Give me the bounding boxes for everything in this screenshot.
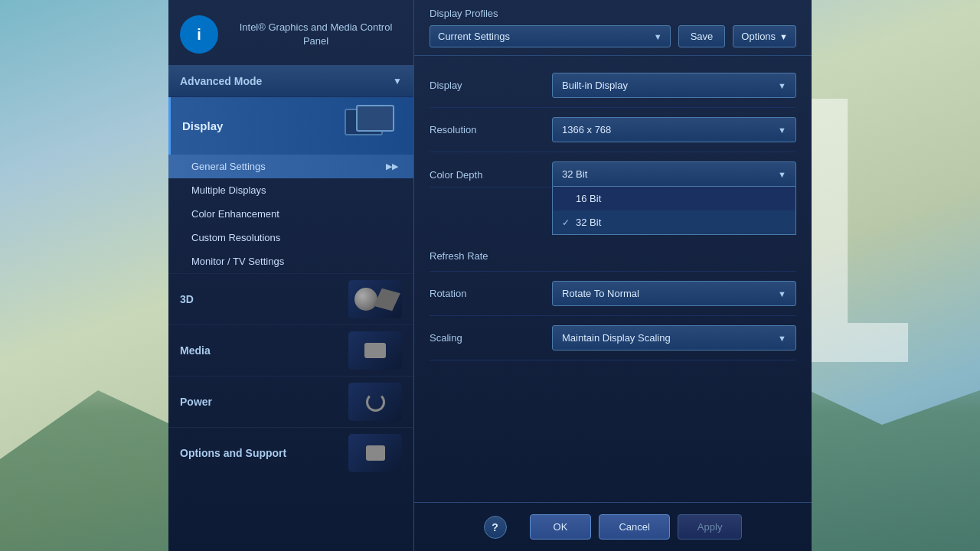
scaling-dropdown-chevron-icon: ▼ (778, 334, 786, 343)
resolution-dropdown-value: 1366 x 768 (562, 124, 611, 135)
display-setting-row: Display Built-in Display ▼ (430, 64, 796, 108)
power-symbol-icon (366, 393, 385, 412)
rotation-dropdown-value: Rotate To Normal (562, 288, 639, 299)
monitor-tv-settings-label: Monitor / TV Settings (191, 256, 284, 267)
sidebar-item-custom-resolutions[interactable]: Custom Resolutions (168, 226, 413, 249)
display-profiles-title: Display Profiles (430, 8, 796, 19)
media-device-icon (364, 343, 386, 358)
save-button[interactable]: Save (678, 25, 726, 47)
ok-button[interactable]: OK (530, 514, 592, 540)
sidebar-item-power[interactable]: Power (168, 376, 413, 427)
options-support-label: Options and Support (180, 447, 286, 459)
rotation-dropdown-chevron-icon: ▼ (778, 289, 786, 298)
settings-grid: Display Built-in Display ▼ Resolution 13… (414, 56, 812, 502)
apply-button[interactable]: Apply (678, 514, 743, 540)
color-depth-setting-row: Color Depth 32 Bit ▼ ✓ 16 Bit ✓ (430, 152, 796, 187)
refresh-rate-setting-label: Refresh Rate (430, 250, 552, 262)
option-32bit-label: 32 Bit (576, 217, 601, 228)
help-button[interactable]: ? (484, 516, 507, 539)
resolution-dropdown-chevron-icon: ▼ (778, 126, 786, 135)
sidebar-item-media[interactable]: Media (168, 324, 413, 376)
3d-icon (348, 280, 402, 318)
3d-label: 3D (180, 293, 194, 305)
resolution-dropdown[interactable]: 1366 x 768 ▼ (552, 117, 796, 142)
color-depth-selected-value: 32 Bit (562, 168, 587, 180)
display-icon (341, 105, 402, 147)
scaling-dropdown-value: Maintain Display Scaling (562, 332, 671, 344)
display-dropdown-chevron-icon: ▼ (778, 81, 786, 90)
multiple-displays-label: Multiple Displays (191, 184, 266, 196)
rotation-dropdown[interactable]: Rotate To Normal ▼ (552, 281, 796, 306)
sidebar-item-options-support[interactable]: Options and Support (168, 427, 413, 478)
support-device-icon (366, 445, 385, 461)
bottom-buttons: ? OK Cancel Apply (414, 502, 812, 551)
refresh-rate-setting-row: Refresh Rate (430, 241, 796, 272)
advanced-mode-button[interactable]: Advanced Mode ▼ (168, 66, 413, 97)
profiles-row: Current Settings ▼ Save Options ▼ (430, 25, 796, 47)
advanced-mode-label: Advanced Mode (180, 75, 262, 87)
option-32bit-check-icon: ✓ (562, 217, 570, 228)
option-16bit-label: 16 Bit (576, 193, 601, 204)
rotation-setting-control: Rotate To Normal ▼ (552, 281, 796, 306)
power-label: Power (180, 396, 212, 408)
sidebar-title: Intel® Graphics and Media Control Panel (230, 21, 402, 48)
color-depth-dropdown-container: 32 Bit ▼ ✓ 16 Bit ✓ 32 Bit (552, 161, 796, 187)
cube-icon (374, 288, 400, 310)
color-depth-options: ✓ 16 Bit ✓ 32 Bit (552, 187, 796, 235)
options-button[interactable]: Options ▼ (733, 25, 796, 47)
color-depth-chevron-icon: ▼ (778, 170, 786, 179)
sidebar-nav: Display General Settings ▶▶ Multiple Dis… (168, 97, 413, 551)
options-label: Options (741, 31, 776, 42)
color-depth-setting-label: Color Depth (430, 161, 552, 181)
rotation-setting-label: Rotation (430, 288, 552, 299)
scaling-setting-row: Scaling Maintain Display Scaling ▼ (430, 316, 796, 360)
advanced-mode-chevron-icon: ▼ (393, 76, 402, 86)
display-profiles-section: Display Profiles Current Settings ▼ Save… (414, 0, 812, 56)
sidebar-item-color-enhancement[interactable]: Color Enhancement (168, 202, 413, 226)
scaling-setting-control: Maintain Display Scaling ▼ (552, 325, 796, 350)
scaling-setting-label: Scaling (430, 332, 552, 344)
resolution-setting-control: 1366 x 768 ▼ (552, 117, 796, 142)
display-nav-label: Display (182, 119, 223, 132)
resolution-setting-row: Resolution 1366 x 768 ▼ (430, 108, 796, 152)
sidebar: i Intel® Graphics and Media Control Pane… (168, 0, 413, 551)
scaling-dropdown[interactable]: Maintain Display Scaling ▼ (552, 325, 796, 350)
color-enhancement-label: Color Enhancement (191, 208, 279, 220)
resolution-setting-label: Resolution (430, 124, 552, 135)
sidebar-item-display[interactable]: Display (168, 97, 413, 155)
sidebar-item-monitor-tv-settings[interactable]: Monitor / TV Settings (168, 249, 413, 273)
color-depth-dropdown[interactable]: 32 Bit ▼ (552, 161, 796, 187)
monitor-icon-front (356, 105, 394, 132)
media-icon (348, 331, 402, 370)
general-settings-arrow-icon: ▶▶ (386, 161, 398, 171)
sidebar-header: i Intel® Graphics and Media Control Pane… (168, 0, 413, 66)
display-dropdown-value: Built-in Display (562, 80, 628, 91)
current-settings-chevron-icon: ▼ (654, 32, 662, 41)
cancel-button[interactable]: Cancel (599, 514, 669, 540)
custom-resolutions-label: Custom Resolutions (191, 232, 280, 243)
display-setting-label: Display (430, 80, 552, 91)
sidebar-item-multiple-displays[interactable]: Multiple Displays (168, 178, 413, 202)
power-icon (348, 383, 402, 421)
options-chevron-icon: ▼ (779, 32, 788, 41)
intel-logo-icon: i (180, 15, 218, 54)
display-dropdown[interactable]: Built-in Display ▼ (552, 73, 796, 98)
sphere-icon (354, 288, 377, 311)
general-settings-label: General Settings (191, 161, 266, 172)
media-label: Media (180, 344, 211, 357)
color-depth-option-32bit[interactable]: ✓ 32 Bit (553, 210, 795, 234)
support-icon (348, 434, 402, 472)
main-content: Display Profiles Current Settings ▼ Save… (413, 0, 812, 551)
display-setting-control: Built-in Display ▼ (552, 73, 796, 98)
sidebar-item-general-settings[interactable]: General Settings ▶▶ (168, 155, 413, 178)
color-depth-option-16bit[interactable]: ✓ 16 Bit (553, 187, 795, 210)
current-settings-text: Current Settings (438, 31, 510, 42)
sidebar-item-3d[interactable]: 3D (168, 273, 413, 324)
rotation-setting-row: Rotation Rotate To Normal ▼ (430, 272, 796, 316)
current-settings-dropdown[interactable]: Current Settings ▼ (430, 25, 671, 47)
color-depth-setting-control: 32 Bit ▼ ✓ 16 Bit ✓ 32 Bit (552, 161, 796, 187)
